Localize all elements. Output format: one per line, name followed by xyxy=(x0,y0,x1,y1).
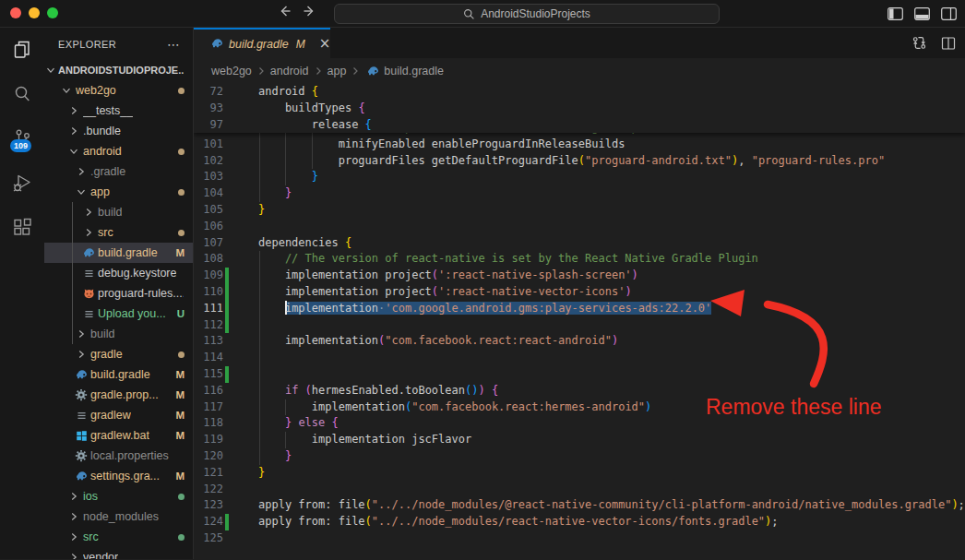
tab-build-gradle[interactable]: build.gradle M × xyxy=(194,28,330,58)
command-center-search[interactable]: AndroidStudioProjects xyxy=(334,4,720,24)
gradle-icon xyxy=(366,65,380,78)
tree-item-android[interactable]: android xyxy=(44,141,193,161)
file-tree: ANDROIDSTUDIOPROJE...web2go__tests__.bun… xyxy=(44,60,193,559)
tree-item-src[interactable]: src xyxy=(44,527,193,547)
code-line-104[interactable]: 104 } xyxy=(194,185,965,202)
code-line-97[interactable]: 97 release { xyxy=(194,117,965,134)
code-line-114[interactable]: 114 xyxy=(194,350,965,366)
code-line-116[interactable]: 116 if (hermesEnabled.toBoolean()) { xyxy=(194,383,965,399)
code-line-111[interactable]: 111 implementation·'com.google.android.g… xyxy=(194,301,965,317)
git-status-badge: M xyxy=(175,243,185,263)
tree-item-gradlew[interactable]: gradlewM xyxy=(44,405,193,425)
tree-item-debug-keystore[interactable]: debug.keystore xyxy=(44,263,193,283)
tree-item--tests-[interactable]: __tests__ xyxy=(44,101,193,121)
code-line-110[interactable]: 110 implementation project(':react-nativ… xyxy=(194,284,965,301)
chevron-down-icon xyxy=(44,63,56,77)
toggle-secondary-sidebar-icon[interactable] xyxy=(941,7,957,20)
chevron-right-icon xyxy=(74,164,89,179)
tree-item-upload-you-[interactable]: Upload you...U xyxy=(44,304,193,324)
tree-item-src[interactable]: src xyxy=(44,222,193,243)
tree-item-build[interactable]: build xyxy=(44,324,193,344)
code-line-93[interactable]: 93 buildTypes { xyxy=(194,101,965,117)
code-line-120[interactable]: 120 } xyxy=(194,448,965,465)
open-changes-icon[interactable] xyxy=(911,35,927,51)
code-line-108[interactable]: 108 // The version of react-native is se… xyxy=(194,251,965,268)
tree-item-build-gradle[interactable]: build.gradleM xyxy=(44,364,193,385)
tree-item-node-modules[interactable]: node_modules xyxy=(44,506,193,527)
tree-item--gradle[interactable]: .gradle xyxy=(44,161,193,182)
tree-item-build-gradle[interactable]: build.gradleM xyxy=(44,243,193,263)
git-status-dot xyxy=(178,527,185,547)
chevron-right-icon xyxy=(313,66,324,77)
tree-item-ios[interactable]: ios xyxy=(44,486,193,506)
split-editor-icon[interactable] xyxy=(941,36,956,51)
chevron-right-icon xyxy=(81,205,96,220)
close-window-button[interactable] xyxy=(10,7,21,18)
git-status-dot xyxy=(178,80,185,101)
navigate-forward-icon[interactable] xyxy=(303,4,317,18)
code-line-122[interactable]: 122 xyxy=(194,482,965,498)
code-line-115[interactable]: 115 xyxy=(194,366,965,383)
git-status-dot xyxy=(178,141,185,161)
git-status-badge: M xyxy=(175,405,185,425)
toggle-panel-icon[interactable] xyxy=(914,7,930,20)
code-line-113[interactable]: 113 implementation("com.facebook.react:r… xyxy=(194,333,965,350)
tree-item-gradlew-bat[interactable]: gradlew.batM xyxy=(44,425,193,446)
breadcrumb-app[interactable]: app xyxy=(328,65,347,77)
tab-bar: build.gradle M × xyxy=(194,28,965,58)
code-line-124[interactable]: 124apply from: file("../../node_modules/… xyxy=(194,514,965,530)
code-editor[interactable]: 72android {93 buildTypes {97 release { /… xyxy=(194,84,965,559)
toggle-sidebar-icon[interactable] xyxy=(888,7,903,20)
code-line-105[interactable]: 105} xyxy=(194,202,965,219)
files-icon xyxy=(11,39,33,61)
code-line-125[interactable]: 125 xyxy=(194,530,965,547)
window-controls xyxy=(10,7,58,18)
maximize-window-button[interactable] xyxy=(47,7,58,18)
tab-modified-badge: M xyxy=(296,38,305,51)
tree-item-app[interactable]: app xyxy=(44,182,193,202)
minimize-window-button[interactable] xyxy=(29,7,40,18)
tree-item--bundle[interactable]: .bundle xyxy=(44,121,193,141)
tree-item-gradle[interactable]: gradle xyxy=(44,344,193,364)
tree-item-gradle-prop-[interactable]: gradle.prop...M xyxy=(44,385,193,405)
code-line-72[interactable]: 72android { xyxy=(194,84,965,101)
code-line-119[interactable]: 119 implementation jscFlavor xyxy=(194,432,965,448)
explorer-more-actions-icon[interactable]: ⋯ xyxy=(167,37,181,52)
breadcrumb-web2go[interactable]: web2go xyxy=(211,65,252,77)
chevron-right-icon xyxy=(66,103,81,118)
activity-search[interactable] xyxy=(0,72,44,116)
git-status-dot xyxy=(178,344,185,364)
tree-item-web2go[interactable]: web2go xyxy=(44,80,193,101)
breadcrumb-file[interactable]: build.gradle xyxy=(384,65,444,77)
code-line-123[interactable]: 123apply from: file("../../node_modules/… xyxy=(194,497,965,514)
code-line-103[interactable]: 103 } xyxy=(194,169,965,185)
tree-item-proguard-rules-[interactable]: proguard-rules.... xyxy=(44,283,193,304)
code-line-106[interactable]: 106 xyxy=(194,219,965,235)
git-status-badge: U xyxy=(177,304,185,324)
activity-extensions[interactable] xyxy=(0,205,44,249)
code-line-101[interactable]: 101 minifyEnabled enableProguardInReleas… xyxy=(194,137,965,153)
editor-group: build.gradle M × web2go android app buil… xyxy=(194,28,965,559)
code-line-102[interactable]: 102 proguardFiles getDefaultProguardFile… xyxy=(194,153,965,170)
chevron-down-icon xyxy=(74,185,89,199)
chevron-right-icon xyxy=(81,225,96,240)
activity-bar: 109 xyxy=(0,28,44,559)
navigate-back-icon[interactable] xyxy=(277,4,292,18)
code-line-121[interactable]: 121} xyxy=(194,465,965,482)
tree-item-settings-gra-[interactable]: settings.gra...M xyxy=(44,466,193,486)
tree-item-androidstudioproje-[interactable]: ANDROIDSTUDIOPROJE... xyxy=(44,60,193,80)
breadcrumb-android[interactable]: android xyxy=(270,65,309,77)
code-line-109[interactable]: 109 implementation project(':react-nativ… xyxy=(194,268,965,284)
tab-close-icon[interactable]: × xyxy=(319,37,331,51)
activity-explorer[interactable] xyxy=(0,28,44,72)
code-line-107[interactable]: 107dependencies { xyxy=(194,235,965,252)
code-line-112[interactable]: 112 xyxy=(194,317,965,334)
git-modified-gutter xyxy=(225,366,230,383)
activity-source-control[interactable]: 109 xyxy=(0,116,44,161)
tree-item-local-properties[interactable]: local.properties xyxy=(44,446,193,466)
activity-run-debug[interactable] xyxy=(0,161,44,205)
tree-item-vendor[interactable]: vendor xyxy=(44,547,193,559)
tree-item-build[interactable]: build xyxy=(44,202,193,222)
code-line-117[interactable]: 117 implementation("com.facebook.react:h… xyxy=(194,399,965,416)
code-line-118[interactable]: 118 } else { xyxy=(194,415,965,432)
